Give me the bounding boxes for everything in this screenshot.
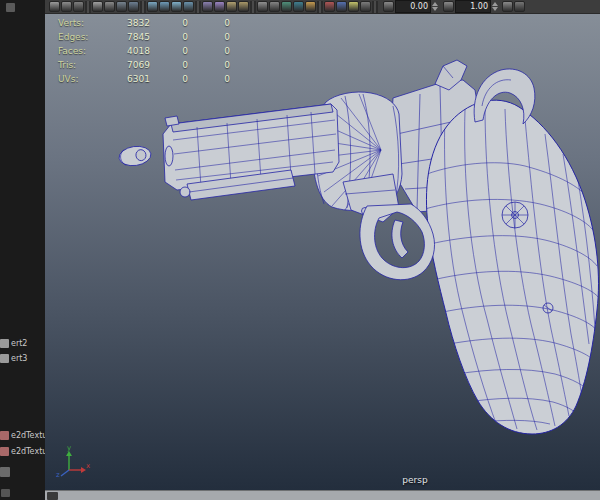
sidebar-node-label: e2dTexture — [11, 447, 45, 456]
toolbar-group-separator — [317, 1, 323, 13]
sidebar-node-label: ert2 — [11, 339, 27, 348]
sidebar-node-item[interactable]: e2dTexture — [0, 447, 45, 456]
hud-val: 6301 — [104, 74, 150, 84]
toolbar-group-separator — [85, 1, 91, 13]
hypershade-icon[interactable] — [336, 1, 347, 12]
lasso-tool-icon[interactable] — [104, 1, 115, 12]
status-field-a-input[interactable]: 0.00 — [395, 0, 431, 13]
sidebar-node-item[interactable]: ert3 — [0, 354, 45, 363]
field-b-spinner[interactable] — [492, 2, 498, 11]
status-field-b-input[interactable]: 1.00 — [455, 0, 491, 13]
field-a-icon[interactable] — [383, 1, 394, 12]
field-b-icon[interactable] — [443, 1, 454, 12]
status-line-toolbar: 0.00 1.00 — [45, 0, 600, 14]
toolbar-group-separator — [250, 1, 256, 13]
texture-node-icon — [0, 447, 9, 456]
poly-count-hud: Verts:383200Edges:784500Faces:401800Tris… — [58, 16, 230, 86]
node-icon[interactable] — [0, 467, 10, 477]
hud-c3: 0 — [188, 74, 230, 84]
hud-val: 7845 — [104, 32, 150, 42]
hud-c2: 0 — [150, 32, 188, 42]
hud-label: Tris: — [58, 60, 104, 70]
hud-c3: 0 — [188, 46, 230, 56]
hud-val: 3832 — [104, 18, 150, 28]
hud-c2: 0 — [150, 60, 188, 70]
hud-c2: 0 — [150, 46, 188, 56]
toolbar-icon-strip — [49, 1, 378, 13]
sidebar-node-item[interactable]: ert2 — [0, 339, 45, 348]
panel-menu-icon[interactable] — [6, 3, 15, 12]
measure-icon[interactable] — [514, 1, 525, 12]
hud-label: Faces: — [58, 46, 104, 56]
material-swatch-icon — [0, 354, 9, 363]
x-axis-label: x — [86, 462, 90, 470]
render-view-icon[interactable] — [281, 1, 292, 12]
redo-icon[interactable] — [269, 1, 280, 12]
save-scene-icon[interactable] — [238, 1, 249, 12]
z-axis-label: z — [56, 471, 60, 478]
y-axis-label: y — [67, 444, 71, 452]
hud-c2: 0 — [150, 18, 188, 28]
open-scene-icon[interactable] — [226, 1, 237, 12]
hud-row: UVs:630100 — [58, 72, 230, 86]
material-swatch-icon — [0, 339, 9, 348]
view-axis-gizmo: y x z — [55, 444, 91, 478]
sidebar-node-label: ert3 — [11, 354, 27, 363]
hud-val: 7069 — [104, 60, 150, 70]
camera-name-label: persp — [375, 475, 455, 485]
snap-to-plane-icon[interactable] — [183, 1, 194, 12]
texture-node-icon — [0, 431, 9, 440]
hud-row: Verts:383200 — [58, 16, 230, 30]
toolbar-group-separator — [372, 1, 378, 13]
hud-c3: 0 — [188, 32, 230, 42]
hud-c2: 0 — [150, 74, 188, 84]
hud-label: Verts: — [58, 18, 104, 28]
status-field-b: 1.00 — [443, 0, 498, 13]
camera-icon[interactable] — [360, 1, 371, 12]
make-live-icon[interactable] — [202, 1, 213, 12]
snap-to-curve-icon[interactable] — [159, 1, 170, 12]
sidebar: ert2ert3e2dTexturee2dTexture — [0, 0, 45, 500]
construction-history-icon[interactable] — [214, 1, 225, 12]
hud-row: Faces:401800 — [58, 44, 230, 58]
ipr-render-icon[interactable] — [293, 1, 304, 12]
snap-to-point-icon[interactable] — [171, 1, 182, 12]
hud-label: UVs: — [58, 74, 104, 84]
hud-c3: 0 — [188, 60, 230, 70]
hud-row: Tris:706900 — [58, 58, 230, 72]
hud-row: Edges:784500 — [58, 30, 230, 44]
paint-effects-icon[interactable] — [324, 1, 335, 12]
selection-mask-components-icon[interactable] — [73, 1, 84, 12]
select-tool-icon[interactable] — [92, 1, 103, 12]
panel-corner-icon[interactable] — [1, 489, 10, 497]
status-field-a: 0.00 — [383, 0, 438, 13]
perspective-viewport[interactable]: Verts:383200Edges:784500Faces:401800Tris… — [45, 14, 600, 490]
toolbar-trailing-icons — [502, 1, 525, 12]
hud-c3: 0 — [188, 18, 230, 28]
render-settings-icon[interactable] — [305, 1, 316, 12]
toolbar-group-separator — [140, 1, 146, 13]
undo-icon[interactable] — [257, 1, 268, 12]
light-icon[interactable] — [348, 1, 359, 12]
paint-select-icon[interactable] — [116, 1, 127, 12]
toolbar-group-separator — [195, 1, 201, 13]
maya-window: ert2ert3e2dTexturee2dTexture 0.00 1.00 — [0, 0, 600, 500]
selection-mask-hierarchy-icon[interactable] — [49, 1, 60, 12]
field-a-spinner[interactable] — [432, 2, 438, 11]
snap-to-grid-icon[interactable] — [147, 1, 158, 12]
z-axis-arrow — [61, 470, 69, 476]
selection-mask-objects-icon[interactable] — [61, 1, 72, 12]
range-slider-bar[interactable] — [45, 490, 600, 500]
hud-label: Edges: — [58, 32, 104, 42]
hud-val: 4018 — [104, 46, 150, 56]
sidebar-node-item[interactable]: e2dTexture — [0, 431, 45, 440]
move-tool-icon[interactable] — [128, 1, 139, 12]
range-slider-handle-icon[interactable] — [47, 492, 58, 500]
sidebar-node-label: e2dTexture — [11, 431, 45, 440]
sculpt-icon[interactable] — [502, 1, 513, 12]
